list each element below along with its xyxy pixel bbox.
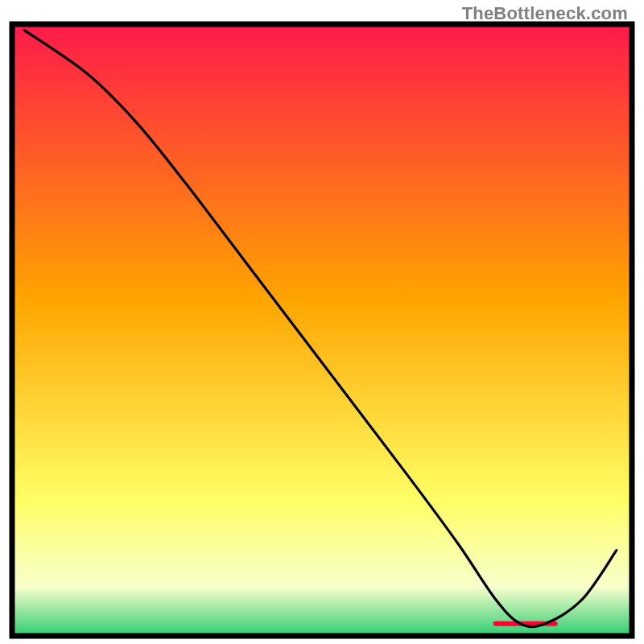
watermark-text: TheBottleneck.com — [462, 3, 628, 24]
chart-container: TheBottleneck.com — [0, 0, 644, 644]
plot-background — [12, 24, 632, 636]
chart-svg — [0, 0, 644, 644]
